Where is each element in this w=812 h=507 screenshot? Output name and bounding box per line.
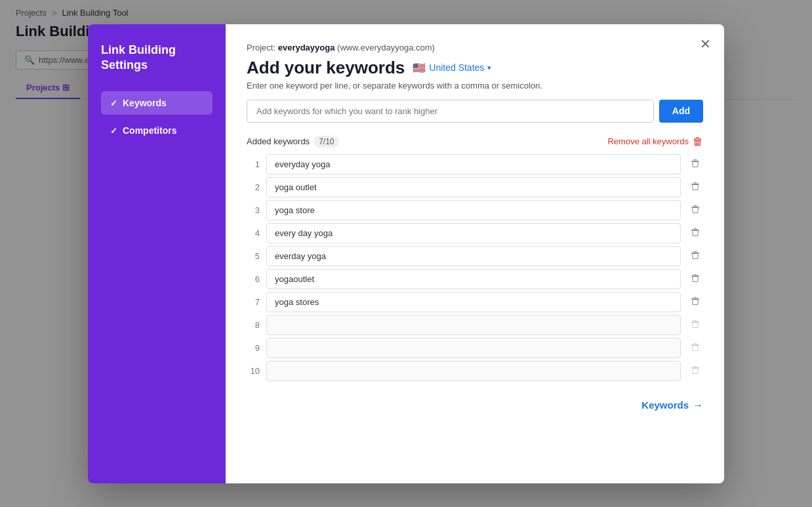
svg-rect-17 <box>694 343 697 344</box>
keyword-field[interactable] <box>266 246 681 266</box>
svg-rect-15 <box>694 320 697 321</box>
sidebar-item-competitors[interactable]: ✓ Competitors <box>101 119 213 142</box>
svg-rect-1 <box>694 159 697 160</box>
keyword-number: 9 <box>247 343 260 353</box>
country-flag: 🇺🇸 <box>413 62 426 74</box>
keyword-field[interactable] <box>266 223 681 243</box>
keyword-input-row: Add <box>247 100 703 123</box>
keyword-row: 9 <box>247 338 703 358</box>
trash-icon-red: 🗑 <box>693 136 703 148</box>
remove-all-button[interactable]: Remove all keywords 🗑 <box>607 136 703 148</box>
modal-overlay: Link Building Settings ✓ Keywords ✓ Comp… <box>0 0 812 507</box>
modal-container: Link Building Settings ✓ Keywords ✓ Comp… <box>88 24 724 483</box>
svg-rect-5 <box>694 205 697 206</box>
next-button[interactable]: Keywords → <box>641 399 703 411</box>
keyword-number: 10 <box>247 366 260 376</box>
keyword-number: 4 <box>247 228 260 238</box>
keyword-row: 5 <box>247 246 703 266</box>
delete-keyword-button[interactable] <box>687 247 703 265</box>
modal-heading: Add your keywords 🇺🇸 United States ▾ <box>247 58 703 78</box>
keyword-number: 3 <box>247 205 260 215</box>
close-button[interactable]: ✕ <box>697 35 714 53</box>
keyword-row: 4 <box>247 223 703 243</box>
keyword-row: 10 <box>247 361 703 381</box>
svg-rect-19 <box>694 366 697 367</box>
sidebar-item-competitors-label: Competitors <box>123 125 176 136</box>
keyword-field[interactable] <box>266 315 681 335</box>
delete-keyword-button[interactable] <box>687 155 703 173</box>
delete-keyword-button[interactable] <box>687 178 703 196</box>
sidebar-title: Link Building Settings <box>101 43 213 73</box>
sidebar-item-keywords-label: Keywords <box>123 98 167 108</box>
next-button-label: Keywords <box>641 399 689 411</box>
keywords-list: 12345678910 <box>247 154 703 381</box>
svg-rect-7 <box>694 228 697 229</box>
modal-main: ✕ Project: everydayyoga (www.everydayyog… <box>226 24 724 483</box>
keyword-row: 1 <box>247 154 703 174</box>
keyword-number: 5 <box>247 251 260 261</box>
modal-footer: Keywords → <box>247 392 703 411</box>
keyword-field[interactable] <box>266 269 681 289</box>
keyword-field[interactable] <box>266 338 681 358</box>
keyword-number: 8 <box>247 320 260 330</box>
project-domain: (www.everydayyoga.com) <box>337 43 435 52</box>
chevron-down-icon: ▾ <box>487 64 491 72</box>
keyword-row: 6 <box>247 269 703 289</box>
modal-sidebar: Link Building Settings ✓ Keywords ✓ Comp… <box>88 24 226 483</box>
keyword-row: 3 <box>247 200 703 220</box>
keyword-number: 2 <box>247 182 260 192</box>
keywords-header: Added keywords 7/10 Remove all keywords … <box>247 136 703 148</box>
delete-keyword-button[interactable] <box>687 293 703 311</box>
check-icon-keywords: ✓ <box>110 98 117 108</box>
project-label: Project: everydayyoga (www.everydayyoga.… <box>247 43 703 52</box>
svg-rect-3 <box>694 182 697 183</box>
keyword-field[interactable] <box>266 292 681 312</box>
keyword-field[interactable] <box>266 361 681 381</box>
keyword-row: 7 <box>247 292 703 312</box>
delete-keyword-button[interactable] <box>687 201 703 219</box>
svg-rect-13 <box>694 297 697 298</box>
keywords-label: Added keywords 7/10 <box>247 136 339 148</box>
sidebar-item-keywords[interactable]: ✓ Keywords <box>101 91 213 115</box>
keywords-count-badge: 7/10 <box>314 136 339 148</box>
delete-keyword-button[interactable] <box>687 362 703 380</box>
svg-rect-9 <box>694 251 697 252</box>
helper-text: Enter one keyword per line, or separate … <box>247 81 703 91</box>
keyword-input[interactable] <box>247 100 654 123</box>
keyword-field[interactable] <box>266 200 681 220</box>
keyword-number: 1 <box>247 159 260 169</box>
delete-keyword-button[interactable] <box>687 339 703 357</box>
add-keywords-title: Add your keywords <box>247 58 405 78</box>
keyword-number: 7 <box>247 297 260 307</box>
project-name: everydayyoga <box>278 43 335 52</box>
add-button[interactable]: Add <box>659 100 703 123</box>
country-selector[interactable]: 🇺🇸 United States ▾ <box>413 62 491 74</box>
country-name: United States <box>429 62 484 73</box>
remove-all-label: Remove all keywords <box>607 136 689 146</box>
keyword-row: 8 <box>247 315 703 335</box>
check-icon-competitors: ✓ <box>110 126 117 136</box>
arrow-right-icon: → <box>693 399 703 411</box>
svg-rect-11 <box>694 274 697 275</box>
delete-keyword-button[interactable] <box>687 224 703 242</box>
keyword-field[interactable] <box>266 177 681 197</box>
delete-keyword-button[interactable] <box>687 270 703 288</box>
keyword-field[interactable] <box>266 154 681 174</box>
keyword-number: 6 <box>247 274 260 284</box>
keyword-row: 2 <box>247 177 703 197</box>
delete-keyword-button[interactable] <box>687 316 703 334</box>
